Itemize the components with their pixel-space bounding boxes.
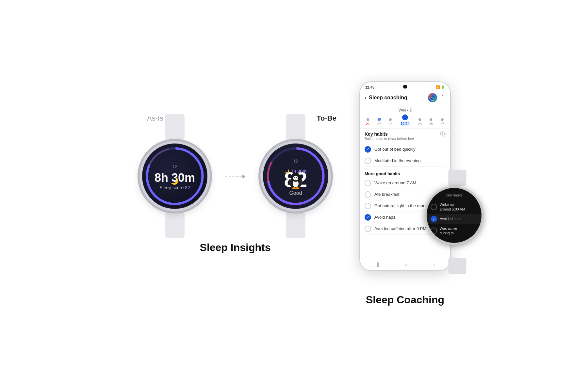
- status-time: 12:45: [365, 85, 374, 89]
- key-habits-title: Key habits: [365, 131, 414, 137]
- sw-check-2: ✓: [431, 216, 437, 222]
- phone-notch: [403, 85, 407, 89]
- day-25[interactable]: 25: [418, 118, 422, 126]
- day-1024[interactable]: 10/24: [400, 114, 411, 126]
- svg-point-13: [296, 177, 297, 178]
- watch-to-be: 12 🌙 7h 30m 82 Good: [258, 134, 333, 219]
- more-habit-check-4: ✓: [365, 214, 371, 221]
- habit-item-1[interactable]: ✓ Got out of bed quickly: [365, 144, 446, 155]
- habits-title-group: Key habits Build habits to relax before …: [365, 131, 414, 143]
- habits-header: Key habits Build habits to relax before …: [365, 131, 446, 143]
- more-habits-title: More good habits: [365, 171, 446, 176]
- twelve-label-asis: 12: [172, 165, 177, 169]
- day-21[interactable]: 21: [366, 118, 370, 126]
- day-num-27: 27: [440, 122, 444, 126]
- more-icon[interactable]: ⋮: [440, 94, 446, 101]
- day-23[interactable]: 23: [388, 118, 392, 126]
- sw-band-top: [449, 170, 466, 186]
- more-habit-text-2: Ate breakfast: [374, 192, 400, 197]
- sleep-coaching-title: Sleep Coaching: [366, 294, 444, 306]
- app-title: Sleep coaching: [369, 95, 407, 101]
- sw-item-2: ✓ Avoided naps: [427, 214, 482, 224]
- more-habit-text-1: Woke up around 7 AM: [374, 180, 416, 185]
- week-section: Week 2 21 22: [360, 105, 450, 128]
- sw-item-3: Was activeduring th...: [427, 224, 482, 238]
- info-icon[interactable]: ⓘ: [440, 131, 446, 137]
- day-selector: 21 22 23 10: [365, 114, 446, 126]
- arrow-line: [225, 176, 245, 177]
- more-habit-check-3: [365, 203, 371, 209]
- sleep-coaching-section: 12:45 📶 🔋 ‹ Sleep coaching: [359, 81, 451, 306]
- smartwatch: Key habits Woke uparound 5:00 AM ✓ Avoid…: [425, 186, 490, 258]
- more-habit-check-1: [365, 180, 371, 186]
- more-habit-text-5: Avoided caffeine after 9 PM: [374, 226, 426, 231]
- habit-text-1: Got out of bed quickly: [374, 147, 416, 152]
- sw-check-3: [431, 227, 437, 234]
- label-as-is: As-Is: [147, 114, 163, 123]
- brand-icon: [428, 93, 437, 102]
- more-habit-text-3: Got natural light in the morning: [374, 203, 433, 208]
- watches-row: As-Is To-Be 12 🌙 8h 30m Sleep scor: [137, 134, 333, 219]
- page-container: As-Is To-Be 12 🌙 8h 30m Sleep scor: [0, 0, 588, 387]
- key-habits-subtitle: Build habits to relax before bed: [365, 137, 414, 141]
- habit-check-1: ✓: [365, 146, 371, 153]
- devices-container: 12:45 📶 🔋 ‹ Sleep coaching: [359, 81, 451, 271]
- day-dot-21: [367, 118, 369, 121]
- day-dot-27: [441, 118, 444, 121]
- twelve-label-tobe: 12: [293, 159, 298, 163]
- more-habit-check-5: [365, 226, 371, 232]
- day-22[interactable]: 22: [377, 118, 381, 126]
- day-dot-26: [430, 118, 432, 121]
- day-num-23: 23: [388, 122, 392, 126]
- more-habit-text-4: Avoid naps: [374, 215, 395, 220]
- day-num-22: 22: [377, 122, 381, 126]
- watch-body-tobe: 12 🌙 7h 30m 82 Good: [263, 143, 328, 209]
- day-26[interactable]: 26: [429, 118, 433, 126]
- sw-text-1: Woke uparound 5:00 AM: [440, 202, 465, 212]
- habit-text-2: Meditated in the evening: [374, 158, 421, 163]
- penguin-icon: [287, 170, 304, 190]
- habit-item-2[interactable]: Meditated in the evening: [365, 155, 446, 167]
- svg-point-18: [295, 187, 299, 189]
- sleep-insights-section: As-Is To-Be 12 🌙 8h 30m Sleep scor: [137, 134, 333, 254]
- sw-item-1: Woke uparound 5:00 AM: [427, 200, 482, 214]
- sw-check-1: [431, 204, 437, 210]
- asis-score-value: 82: [185, 185, 190, 190]
- app-header-left: ‹ Sleep coaching: [365, 95, 407, 101]
- more-habit-check-2: [365, 191, 371, 198]
- arrow-divider: [225, 176, 245, 177]
- day-dot-1024: [402, 114, 408, 120]
- app-header: ‹ Sleep coaching: [360, 91, 450, 105]
- svg-point-12: [294, 177, 295, 178]
- nav-home-icon[interactable]: ○: [405, 262, 408, 268]
- sw-title: Key habits: [446, 193, 462, 197]
- nav-menu-icon[interactable]: |||: [375, 262, 379, 268]
- header-icons: ⋮: [428, 93, 446, 102]
- habit-check-2: [365, 158, 371, 164]
- day-num-26: 26: [429, 122, 433, 126]
- asis-score: Sleep score 82: [155, 185, 195, 190]
- sw-text-2: Avoided naps: [440, 216, 461, 221]
- day-dot-25: [418, 118, 421, 121]
- day-num-25: 25: [418, 122, 422, 126]
- status-icons: 📶 🔋: [436, 85, 445, 89]
- watch-as-is: 12 🌙 8h 30m Sleep score 82: [137, 134, 212, 219]
- tobe-watch-content: 12 🌙 7h 30m 82 Good: [284, 156, 307, 196]
- back-icon[interactable]: ‹: [365, 95, 366, 101]
- asis-watch-content: 12 🌙 8h 30m Sleep score 82: [155, 162, 195, 190]
- label-to-be: To-Be: [317, 114, 336, 123]
- nav-back-icon[interactable]: ‹: [433, 262, 435, 268]
- day-27[interactable]: 27: [440, 118, 444, 126]
- day-num-21: 21: [366, 122, 370, 126]
- week-label: Week 2: [365, 108, 446, 112]
- moon-icon: 🌙: [171, 177, 179, 185]
- phone-nav: ||| ○ ‹: [360, 259, 450, 270]
- sleep-insights-title: Sleep Insights: [200, 242, 271, 254]
- watch-body-asis: 12 🌙 8h 30m Sleep score 82: [142, 143, 207, 209]
- sw-band-bottom: [449, 258, 466, 274]
- day-dot-22: [378, 118, 381, 121]
- sw-text-3: Was activeduring th...: [440, 226, 457, 236]
- smartwatch-body: Key habits Woke uparound 5:00 AM ✓ Avoid…: [425, 186, 483, 245]
- day-num-1024: 10/24: [400, 121, 411, 126]
- day-dot-23: [389, 118, 392, 121]
